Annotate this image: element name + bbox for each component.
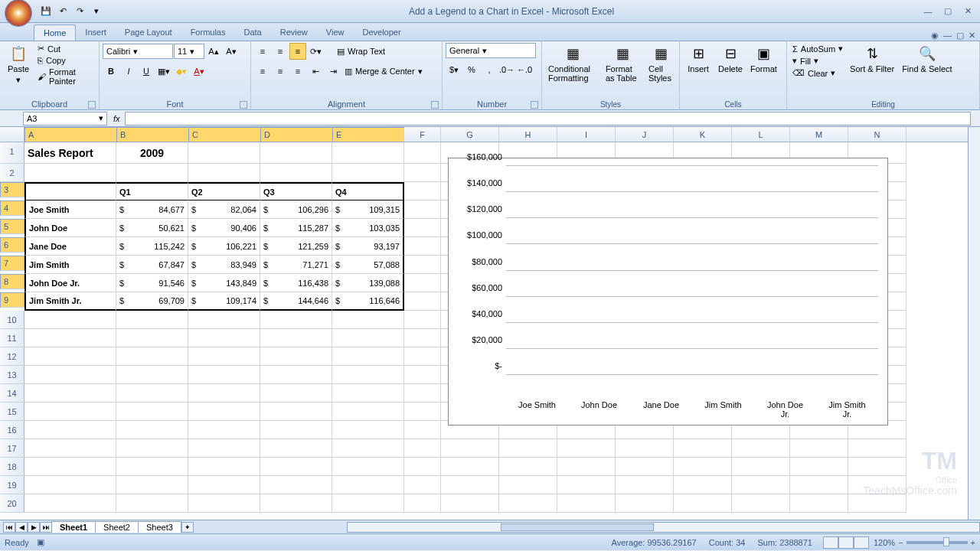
cell[interactable] [404, 182, 441, 201]
clipboard-launcher[interactable] [88, 101, 96, 109]
cell[interactable] [24, 439, 116, 458]
increase-decimal-icon[interactable]: .0→ [498, 61, 515, 78]
column-header[interactable]: I [557, 127, 616, 142]
conditional-formatting-button[interactable]: ▦Conditional Formatting [545, 43, 601, 84]
tab-formulas[interactable]: Formulas [181, 24, 235, 41]
sheet-nav-prev[interactable]: ◀ [15, 522, 28, 533]
cell[interactable] [188, 403, 260, 421]
new-sheet-button[interactable]: ✦ [181, 522, 194, 533]
cell[interactable] [260, 366, 332, 384]
align-bottom-icon[interactable]: ≡ [289, 43, 306, 60]
cell[interactable] [24, 458, 116, 476]
cell[interactable] [404, 366, 441, 384]
cell[interactable] [332, 329, 404, 347]
cell[interactable]: Jim Smith [24, 256, 116, 274]
cell[interactable] [557, 494, 616, 513]
cell[interactable]: $71,271 [260, 256, 332, 274]
cell[interactable] [499, 458, 557, 476]
cell[interactable] [404, 237, 441, 256]
cell[interactable] [260, 384, 332, 403]
cell[interactable]: $69,709 [116, 292, 188, 311]
horizontal-scrollbar[interactable] [347, 522, 980, 533]
row-header[interactable]: 15 [0, 403, 24, 421]
cell[interactable]: $83,949 [188, 256, 260, 274]
cell[interactable] [441, 458, 499, 476]
column-header[interactable]: M [790, 127, 848, 142]
cell[interactable] [188, 329, 260, 347]
underline-button[interactable]: U [138, 63, 155, 80]
cell[interactable]: Joe Smith [24, 201, 116, 219]
vertical-scrollbar[interactable] [968, 127, 980, 520]
increase-indent-icon[interactable]: ⇥ [325, 63, 341, 80]
cell[interactable] [557, 476, 616, 494]
cell[interactable] [790, 476, 848, 494]
view-pagebreak-button[interactable] [854, 536, 869, 549]
sheet-nav-first[interactable]: ⏮ [3, 522, 15, 533]
cell[interactable] [404, 201, 441, 219]
cell[interactable]: $116,646 [332, 292, 404, 311]
cell[interactable] [188, 494, 260, 513]
cell[interactable] [732, 494, 790, 513]
decrease-indent-icon[interactable]: ⇤ [307, 63, 324, 80]
cell[interactable] [24, 494, 116, 513]
column-header[interactable]: C [188, 127, 260, 142]
cell[interactable] [332, 164, 404, 182]
cell[interactable] [24, 384, 116, 403]
doc-minimize-icon[interactable]: — [943, 31, 952, 41]
sheet-nav-next[interactable]: ▶ [28, 522, 40, 533]
cell[interactable] [332, 439, 404, 458]
cell[interactable] [24, 347, 116, 366]
column-header[interactable]: F [404, 127, 441, 142]
cell[interactable] [616, 458, 674, 476]
column-header[interactable]: H [499, 127, 557, 142]
cell[interactable] [188, 347, 260, 366]
redo-icon[interactable]: ↷ [72, 4, 87, 19]
cell[interactable] [790, 458, 848, 476]
cell[interactable]: $57,088 [332, 256, 404, 274]
wrap-text-button[interactable]: ▤ Wrap Text [335, 46, 387, 57]
row-header[interactable]: 10 [0, 311, 24, 329]
cell[interactable] [332, 384, 404, 403]
cell[interactable] [332, 403, 404, 421]
cell[interactable]: Jane Doe [24, 237, 116, 256]
cell[interactable] [24, 311, 116, 329]
cell[interactable] [188, 384, 260, 403]
doc-close-icon[interactable]: ✕ [969, 31, 975, 41]
percent-format-icon[interactable]: % [463, 61, 480, 78]
cell[interactable]: $106,296 [260, 201, 332, 219]
cell[interactable] [332, 347, 404, 366]
cell[interactable]: $106,221 [188, 237, 260, 256]
cell[interactable] [404, 329, 441, 347]
cell[interactable]: $93,197 [332, 237, 404, 256]
cell[interactable] [616, 494, 674, 513]
cell[interactable] [674, 476, 732, 494]
name-box[interactable]: A3▾ [23, 112, 107, 126]
cell[interactable] [260, 494, 332, 513]
fill-button[interactable]: ▾ Fill ▾ [790, 55, 845, 67]
row-header[interactable]: 7 [0, 256, 24, 271]
cell[interactable] [557, 439, 616, 458]
align-top-icon[interactable]: ≡ [254, 43, 271, 60]
cell[interactable] [116, 329, 188, 347]
cell[interactable] [188, 458, 260, 476]
paste-button[interactable]: 📋Paste▾ [3, 43, 34, 86]
number-launcher[interactable] [531, 101, 538, 109]
cell[interactable] [441, 439, 499, 458]
cell[interactable] [404, 142, 441, 164]
cell[interactable]: $121,259 [260, 237, 332, 256]
merge-center-button[interactable]: ▥ Merge & Center ▾ [342, 66, 425, 77]
row-header[interactable]: 9 [0, 292, 24, 308]
align-center-icon[interactable]: ≡ [272, 63, 289, 80]
cell[interactable] [260, 403, 332, 421]
cell[interactable] [116, 347, 188, 366]
cell[interactable] [116, 476, 188, 494]
cell[interactable] [499, 494, 557, 513]
cell[interactable] [404, 164, 441, 182]
zoom-in-icon[interactable]: + [971, 538, 975, 547]
cell[interactable]: $116,438 [260, 274, 332, 292]
cell[interactable] [116, 311, 188, 329]
decrease-decimal-icon[interactable]: ←.0 [516, 61, 533, 78]
cell[interactable] [441, 476, 499, 494]
column-header[interactable]: J [616, 127, 674, 142]
format-cells-button[interactable]: ▣Format [747, 43, 780, 75]
